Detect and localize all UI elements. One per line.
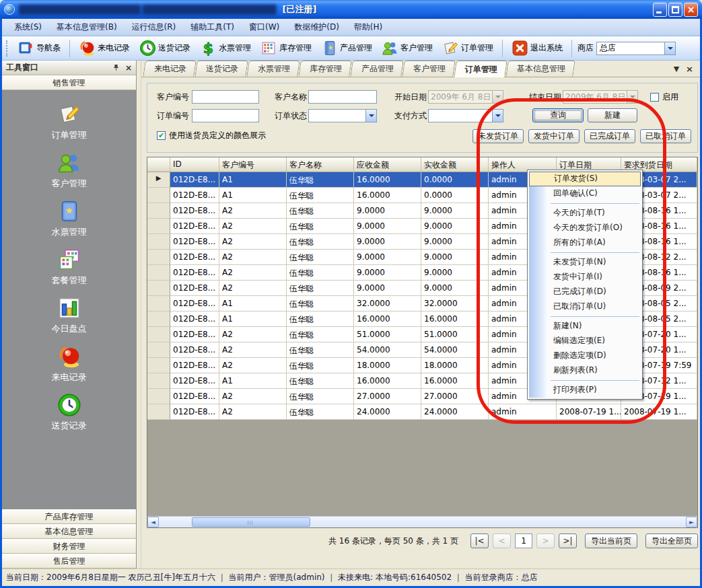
toolbar-delivery-record-button[interactable]: 送货记录: [136, 38, 194, 58]
close-button[interactable]: ×: [684, 3, 698, 17]
context-menu-item[interactable]: 新建(N): [529, 319, 641, 334]
customer-name-input[interactable]: [308, 90, 377, 104]
context-menu-item[interactable]: 已完成订单(D): [529, 285, 641, 299]
context-menu-item[interactable]: [551, 316, 639, 317]
toolbar-exit-button[interactable]: 退出系统: [508, 38, 566, 58]
menu-item[interactable]: 帮助(H): [347, 20, 389, 35]
context-menu-item[interactable]: 编辑选定项(E): [529, 334, 641, 348]
sidebar-item-delivery-record[interactable]: 送货记录: [52, 393, 87, 432]
row-selector[interactable]: [147, 358, 170, 373]
row-selector[interactable]: [147, 265, 170, 281]
column-header[interactable]: 客户编号: [219, 157, 287, 172]
sidebar-close-icon[interactable]: ×: [125, 63, 132, 73]
customer-code-input[interactable]: [192, 90, 259, 104]
menu-item[interactable]: 数据维护(D): [287, 20, 346, 35]
sidebar-item-order[interactable]: 订单管理: [52, 102, 87, 141]
context-menu-item[interactable]: [551, 380, 639, 381]
context-menu-item[interactable]: 今天的订单(T): [529, 206, 641, 221]
tab[interactable]: 客户管理: [402, 61, 455, 77]
tab[interactable]: 订单管理: [454, 61, 507, 77]
page-number-input[interactable]: 1: [515, 534, 532, 548]
toolbar-inventory-button[interactable]: 库存管理: [257, 38, 315, 58]
row-selector[interactable]: [147, 250, 170, 265]
sidebar-section[interactable]: 财务管理: [2, 539, 136, 554]
context-menu-item[interactable]: 今天的发货订单(O): [529, 221, 641, 235]
next-page-button[interactable]: >: [536, 534, 555, 548]
minimize-button[interactable]: [653, 3, 667, 17]
prev-page-button[interactable]: <: [493, 534, 511, 548]
status-filter-button[interactable]: 已完成订单: [584, 129, 635, 143]
status-filter-button[interactable]: 未发货订单: [472, 129, 524, 143]
pay-method-select[interactable]: [428, 109, 503, 122]
checkbox-box[interactable]: [650, 93, 659, 102]
row-selector[interactable]: ▶: [147, 172, 170, 188]
start-date-picker[interactable]: 2009年 6月 8日: [428, 90, 503, 104]
context-menu-item[interactable]: 未发货订单(N): [529, 255, 641, 270]
context-menu-item[interactable]: 发货中订单(I): [529, 270, 641, 285]
sidebar-section[interactable]: 售后管理: [2, 554, 136, 568]
export-current-page-button[interactable]: 导出当前页: [585, 534, 637, 548]
sidebar-section[interactable]: 产品库存管理: [2, 509, 136, 524]
checkbox-check-icon[interactable]: ✔: [157, 131, 166, 140]
toolbar-call-record-button[interactable]: 来电记录: [75, 38, 133, 58]
tab[interactable]: 基本信息管理: [505, 61, 575, 77]
menu-item[interactable]: 窗口(W): [242, 20, 286, 35]
context-menu-item[interactable]: 已取消订单(U): [529, 299, 641, 314]
export-all-pages-button[interactable]: 导出全部页: [645, 534, 698, 548]
row-selector[interactable]: [147, 404, 170, 420]
context-menu-item[interactable]: 订单发货(S): [529, 172, 641, 186]
row-selector[interactable]: [147, 327, 170, 342]
menu-item[interactable]: 辅助工具(T): [184, 20, 241, 35]
maximize-button[interactable]: [668, 3, 682, 17]
menu-item[interactable]: 系统(S): [7, 20, 48, 35]
toolbar-grip[interactable]: [6, 40, 9, 57]
row-selector[interactable]: [147, 389, 170, 404]
row-selector[interactable]: [147, 281, 170, 296]
enable-checkbox[interactable]: 启用: [650, 91, 678, 103]
chevron-down-icon[interactable]: [492, 110, 503, 122]
row-selector[interactable]: [147, 311, 170, 327]
scrollbar-thumb[interactable]: [192, 517, 310, 527]
sidebar-section[interactable]: 基本信息管理: [2, 524, 136, 539]
order-code-input[interactable]: [192, 109, 259, 122]
order-status-select[interactable]: [308, 109, 377, 122]
column-header[interactable]: 应收金额: [354, 157, 421, 172]
tab[interactable]: 水票管理: [246, 61, 300, 77]
shop-select[interactable]: 总店: [596, 42, 676, 55]
context-menu-item[interactable]: [551, 252, 639, 253]
sidebar-item-combo[interactable]: 套餐管理: [52, 248, 87, 287]
toolbar-customer-button[interactable]: 客户管理: [378, 38, 436, 58]
row-selector[interactable]: [147, 342, 170, 358]
toolbar-water-ticket-button[interactable]: $ 水票管理: [197, 38, 254, 58]
row-selector[interactable]: [147, 188, 170, 203]
sidebar-section-sales[interactable]: 销售管理: [2, 75, 136, 90]
row-selector[interactable]: [147, 373, 170, 389]
context-menu-item[interactable]: 删除选定项(D): [529, 348, 641, 363]
toolbar-nav-button[interactable]: 导航条: [14, 38, 64, 58]
scroll-left-icon[interactable]: ◄: [147, 517, 159, 527]
status-filter-button[interactable]: 已取消订单: [640, 129, 691, 143]
sidebar-splitter[interactable]: [137, 61, 141, 568]
context-menu-item[interactable]: 回单确认(C): [529, 186, 641, 201]
tab-close-icon[interactable]: ×: [686, 64, 693, 74]
row-selector[interactable]: [147, 234, 170, 250]
tab[interactable]: 送货记录: [195, 61, 248, 77]
row-selector[interactable]: [147, 203, 170, 219]
sidebar-item-customer[interactable]: 客户管理: [52, 151, 87, 190]
context-menu-item[interactable]: 打印列表(P): [529, 383, 641, 398]
context-menu-item[interactable]: 刷新列表(R): [529, 363, 641, 378]
table-row[interactable]: 012D-E8... A2 伍华聪 24.0000 24.0000 admin …: [147, 404, 697, 420]
toolbar-order-button[interactable]: 订单管理: [439, 38, 497, 58]
last-page-button[interactable]: >|: [559, 534, 577, 548]
column-header[interactable]: 实收金额: [421, 157, 489, 172]
row-selector[interactable]: [147, 219, 170, 234]
tab-dropdown-icon[interactable]: ▼: [674, 65, 679, 73]
pin-icon[interactable]: [112, 64, 120, 71]
menu-item[interactable]: 运行信息(R): [125, 20, 183, 35]
chevron-down-icon[interactable]: [365, 110, 376, 122]
chevron-down-icon[interactable]: [664, 42, 675, 54]
context-menu-item[interactable]: [551, 203, 639, 204]
first-page-button[interactable]: |<: [470, 534, 489, 548]
status-filter-button[interactable]: 发货中订单: [528, 129, 580, 143]
column-header[interactable]: 客户名称: [287, 157, 354, 172]
